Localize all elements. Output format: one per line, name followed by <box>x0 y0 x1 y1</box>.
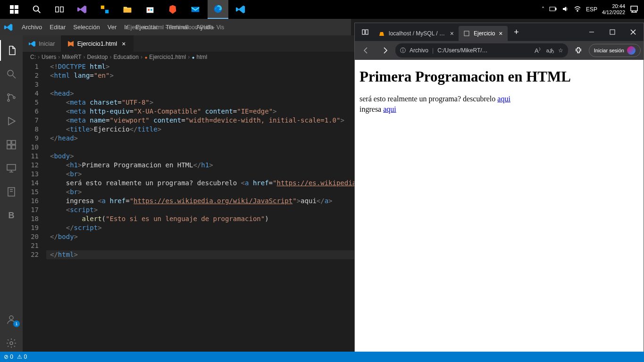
taskbar-edge-icon[interactable] <box>208 0 228 19</box>
svg-rect-6 <box>124 8 132 12</box>
activity-bar: B 1 <box>0 35 23 354</box>
breadcrumb-item[interactable]: Users <box>42 54 56 60</box>
svg-rect-22 <box>7 145 11 149</box>
page-heading: Primera Programacion en HTML <box>360 68 639 85</box>
svg-rect-4 <box>101 6 104 9</box>
breadcrumb-item[interactable]: ⬥ html <box>192 54 207 60</box>
svg-rect-26 <box>8 188 15 196</box>
start-button[interactable] <box>4 0 25 19</box>
browser-tab[interactable]: localhost / MySQL / onlinef…× <box>374 26 459 41</box>
svg-rect-29 <box>362 30 365 34</box>
address-bar[interactable]: ⓘ Archivo | C:/Users/MikeRT/… A》 aあ ☆ <box>395 43 568 58</box>
windows-taskbar: ˄ ESP 20:44 4/12/2022 <box>0 0 644 19</box>
svg-rect-15 <box>631 6 637 11</box>
svg-point-16 <box>8 70 13 76</box>
menu-editar[interactable]: Editar <box>46 22 69 33</box>
page-text-2: ingresa <box>360 105 383 113</box>
svg-rect-31 <box>464 31 469 36</box>
svg-line-1 <box>38 11 41 13</box>
tray-clock[interactable]: 20:44 4/12/2022 <box>602 3 625 16</box>
edge-tab-actions-icon[interactable] <box>357 24 374 41</box>
svg-rect-9 <box>151 9 152 11</box>
svg-rect-3 <box>60 7 63 12</box>
avatar-icon <box>627 46 636 55</box>
editor-tab[interactable]: Iniciar <box>23 35 61 52</box>
back-button[interactable] <box>358 42 375 59</box>
editor-tabs: IniciarEjercicio1.html× <box>23 35 376 52</box>
svg-line-17 <box>13 75 16 78</box>
bookmark-icon[interactable] <box>0 181 23 202</box>
source-control-icon[interactable] <box>0 87 23 108</box>
page-text-1: será esto realmente un programa? descubr… <box>360 95 497 103</box>
browser-tab[interactable]: Ejercicio× <box>459 26 508 41</box>
tray-notifications-icon[interactable] <box>630 5 638 15</box>
vscode-statusbar: ⊘ 0 ⚠ 0 <box>0 352 644 362</box>
tray-volume-icon[interactable] <box>561 5 569 14</box>
task-view-button[interactable] <box>49 0 70 19</box>
extensions-icon[interactable] <box>0 134 23 155</box>
reader-icon[interactable]: A》 <box>535 47 543 54</box>
breadcrumb-item[interactable]: C: <box>30 54 36 60</box>
taskbar-app-icon[interactable] <box>94 0 115 19</box>
tray-chevron-icon[interactable]: ˄ <box>542 6 544 13</box>
code-editor[interactable]: 12345678910111213141516171819202122 <!DO… <box>23 62 376 354</box>
sign-in-button[interactable]: Iniciar sesión <box>589 44 641 57</box>
taskbar-vs-icon[interactable] <box>72 0 92 19</box>
svg-rect-13 <box>555 8 556 10</box>
vscode-window: ArchivoEditarSelecciónVerIrEjecutarTermi… <box>0 19 351 354</box>
vscode-window-title: Ejercicio1.html - OnlineFood-PHP - Vis <box>127 24 224 31</box>
vscode-titlebar: ArchivoEditarSelecciónVerIrEjecutarTermi… <box>0 19 351 35</box>
status-errors[interactable]: ⊘ 0 <box>4 354 13 360</box>
svg-rect-5 <box>105 10 109 13</box>
svg-point-27 <box>9 316 13 320</box>
close-icon[interactable]: × <box>499 30 502 37</box>
taskbar-explorer-icon[interactable] <box>117 0 138 19</box>
svg-point-0 <box>33 6 39 11</box>
account-icon[interactable]: 1 <box>0 309 23 330</box>
extensions-icon[interactable] <box>570 42 587 59</box>
status-warnings[interactable]: ⚠ 0 <box>17 354 27 360</box>
settings-gear-icon[interactable] <box>0 333 23 354</box>
svg-point-19 <box>8 99 9 101</box>
menu-selección[interactable]: Selección <box>69 22 103 33</box>
svg-rect-2 <box>56 7 59 12</box>
vscode-logo-icon <box>4 23 13 32</box>
taskbar-vscode-icon[interactable] <box>230 0 251 19</box>
breadcrumb-item[interactable]: MikeRT <box>62 54 81 60</box>
close-icon[interactable]: × <box>450 30 454 37</box>
svg-rect-23 <box>12 145 16 149</box>
explorer-icon[interactable] <box>0 40 23 61</box>
taskbar-store-icon[interactable] <box>140 0 160 19</box>
svg-point-18 <box>8 94 9 96</box>
page-link-2[interactable]: aqui <box>383 105 396 113</box>
breadcrumb-item[interactable]: ⬥ Ejercicio1.html <box>144 54 186 60</box>
translate-icon[interactable]: aあ <box>546 47 554 54</box>
breadcrumb-item[interactable]: Desktop <box>87 54 108 60</box>
taskbar-brave-icon[interactable] <box>162 0 183 19</box>
run-debug-icon[interactable] <box>0 111 23 132</box>
maximize-button[interactable] <box>602 24 623 41</box>
bold-icon[interactable]: B <box>0 205 23 226</box>
tray-battery-icon[interactable] <box>549 6 557 13</box>
close-icon[interactable]: × <box>120 40 127 48</box>
forward-button[interactable] <box>376 42 393 59</box>
page-link-1[interactable]: aqui <box>497 95 510 103</box>
breadcrumb[interactable]: C:›Users›MikeRT›Desktop›Education›⬥ Ejer… <box>23 52 376 62</box>
close-button[interactable] <box>623 24 644 41</box>
breadcrumb-item[interactable]: Education <box>114 54 139 60</box>
favorite-icon[interactable]: ☆ <box>558 47 563 54</box>
svg-rect-24 <box>12 140 16 144</box>
remote-icon[interactable] <box>0 158 23 179</box>
tray-wifi-icon[interactable] <box>574 5 581 14</box>
new-tab-button[interactable]: + <box>510 27 524 37</box>
taskbar-mail-icon[interactable] <box>185 0 206 19</box>
tray-language[interactable]: ESP <box>586 6 597 13</box>
search-button[interactable] <box>26 0 47 19</box>
search-icon[interactable] <box>0 64 23 84</box>
menu-archivo[interactable]: Archivo <box>18 22 46 33</box>
svg-rect-7 <box>147 7 154 13</box>
minimize-button[interactable] <box>581 24 602 41</box>
editor-tab[interactable]: Ejercicio1.html× <box>61 35 134 52</box>
svg-rect-21 <box>7 140 11 144</box>
menu-ver[interactable]: Ver <box>104 22 121 33</box>
